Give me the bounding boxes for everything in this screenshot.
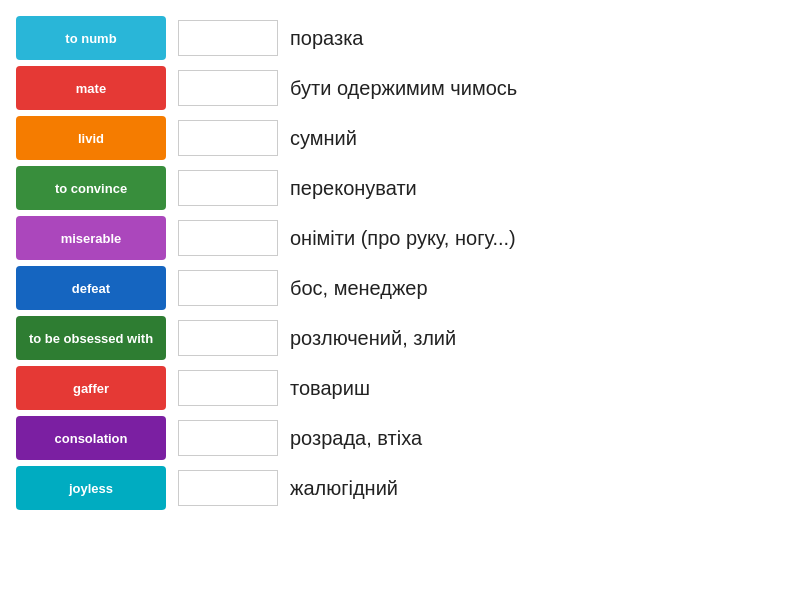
answer-input-0[interactable] [178, 20, 278, 56]
match-row-5: бос, менеджер [178, 266, 784, 310]
word-button-6[interactable]: to be obsessed with [16, 316, 166, 360]
answer-input-4[interactable] [178, 220, 278, 256]
definition-text-5: бос, менеджер [290, 277, 428, 300]
definition-text-1: бути одержимим чимось [290, 77, 517, 100]
answer-input-6[interactable] [178, 320, 278, 356]
word-button-1[interactable]: mate [16, 66, 166, 110]
word-button-8[interactable]: consolation [16, 416, 166, 460]
match-row-4: оніміти (про руку, ногу...) [178, 216, 784, 260]
word-button-5[interactable]: defeat [16, 266, 166, 310]
definition-text-7: товариш [290, 377, 370, 400]
match-row-6: розлючений, злий [178, 316, 784, 360]
match-row-3: переконувати [178, 166, 784, 210]
match-row-1: бути одержимим чимось [178, 66, 784, 110]
word-button-7[interactable]: gaffer [16, 366, 166, 410]
answer-input-7[interactable] [178, 370, 278, 406]
match-row-9: жалюгідний [178, 466, 784, 510]
definition-text-4: оніміти (про руку, ногу...) [290, 227, 516, 250]
definition-text-3: переконувати [290, 177, 417, 200]
match-row-2: сумний [178, 116, 784, 160]
word-button-0[interactable]: to numb [16, 16, 166, 60]
word-button-3[interactable]: to convince [16, 166, 166, 210]
answer-input-1[interactable] [178, 70, 278, 106]
match-row-7: товариш [178, 366, 784, 410]
match-row-8: розрада, втіха [178, 416, 784, 460]
definition-text-8: розрада, втіха [290, 427, 422, 450]
definition-text-0: поразка [290, 27, 363, 50]
word-button-2[interactable]: livid [16, 116, 166, 160]
answer-input-2[interactable] [178, 120, 278, 156]
word-button-4[interactable]: miserable [16, 216, 166, 260]
word-button-9[interactable]: joyless [16, 466, 166, 510]
answer-input-8[interactable] [178, 420, 278, 456]
word-list: to numbmatelividto convincemiserabledefe… [16, 16, 166, 584]
answer-input-9[interactable] [178, 470, 278, 506]
match-row-0: поразка [178, 16, 784, 60]
answer-input-3[interactable] [178, 170, 278, 206]
definition-list: поразкабути одержимим чимосьсумнийпереко… [178, 16, 784, 584]
definition-text-2: сумний [290, 127, 357, 150]
main-container: to numbmatelividto convincemiserabledefe… [0, 0, 800, 600]
definition-text-9: жалюгідний [290, 477, 398, 500]
definition-text-6: розлючений, злий [290, 327, 456, 350]
answer-input-5[interactable] [178, 270, 278, 306]
